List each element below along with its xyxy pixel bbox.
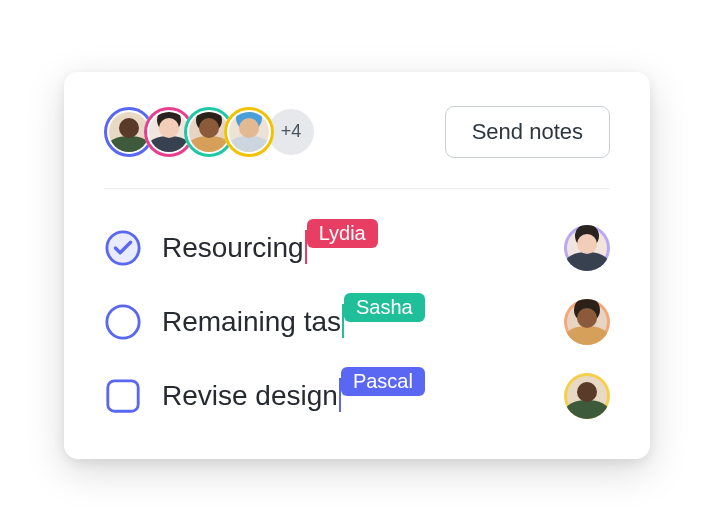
notes-card: +4 Send notes ResourcingLydiaRemaining t… [64,72,650,459]
task-row: ResourcingLydia [104,225,610,271]
editor-tag: Pascal [341,367,425,396]
avatar-face [229,112,269,152]
task-row: Revise designPascal [104,373,610,419]
task-label-wrap[interactable]: Revise designPascal [162,379,550,413]
task-assignee-avatar[interactable] [564,299,610,345]
task-label: Revise design [162,380,338,412]
task-label: Resourcing [162,232,304,264]
collaborator-avatars: +4 [104,107,314,157]
avatar-face [567,228,607,268]
task-checkbox[interactable] [104,303,142,341]
task-label-wrap[interactable]: ResourcingLydia [162,231,550,265]
task-list: ResourcingLydiaRemaining tasSashaRevise … [104,225,610,419]
task-assignee-avatar[interactable] [564,373,610,419]
card-header: +4 Send notes [104,106,610,189]
editor-tag: Sasha [344,293,425,322]
send-notes-button[interactable]: Send notes [445,106,610,158]
task-checkbox[interactable] [104,377,142,415]
avatar-face [567,376,607,416]
avatar-face [109,112,149,152]
task-label-wrap[interactable]: Remaining tasSasha [162,305,550,339]
task-row: Remaining tasSasha [104,299,610,345]
more-collaborators-badge[interactable]: +4 [268,109,314,155]
task-label: Remaining tas [162,306,341,338]
collaborator-avatar[interactable] [224,107,274,157]
task-assignee-avatar[interactable] [564,225,610,271]
editor-tag: Lydia [307,219,378,248]
svg-point-1 [107,305,139,337]
svg-rect-2 [108,380,138,410]
task-checkbox[interactable] [104,229,142,267]
avatar-face [567,302,607,342]
avatar-face [149,112,189,152]
avatar-face [189,112,229,152]
